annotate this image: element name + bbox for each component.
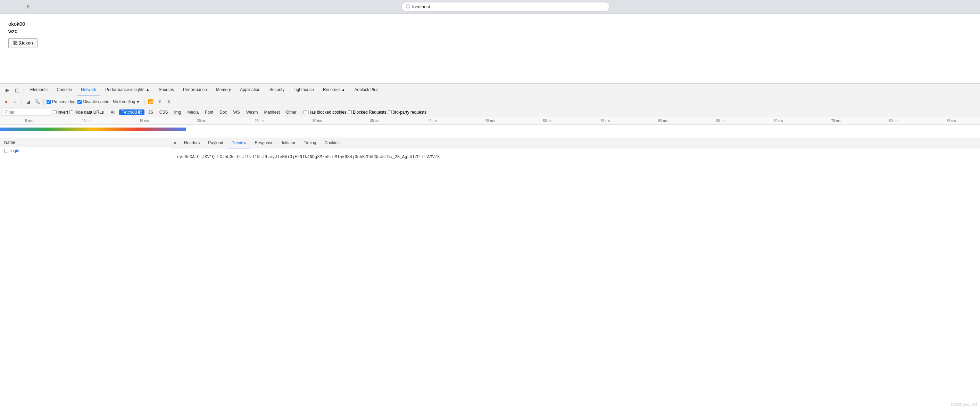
request-bar [0,128,186,131]
filter-sep1 [106,110,106,115]
filter-doc[interactable]: Doc [217,110,229,115]
forward-button[interactable]: → [14,3,22,11]
tick-55ms: 55 ms [576,119,634,123]
tab-preview[interactable]: Preview [228,138,251,148]
toolbar-sep1 [22,99,22,105]
filter-manifest[interactable]: Manifest [261,110,282,115]
disable-cache-text: Disable cache [83,99,109,104]
tab-sources[interactable]: Sources [154,84,178,96]
third-party-checkbox[interactable] [388,110,392,114]
invert-checkbox-label[interactable]: Invert [53,110,68,115]
invert-checkbox[interactable] [53,110,57,114]
tab-recorder[interactable]: Recorder ▲ [319,84,350,96]
name-header-text: Name [4,140,15,145]
tab-lighthouse[interactable]: Lighthouse [289,84,318,96]
tick-60ms: 60 ms [634,119,692,123]
tab-response[interactable]: Response [250,138,277,148]
tick-45ms: 45 ms [461,119,519,123]
wifi-icon-button[interactable]: 📶 [147,98,154,105]
network-left-panel: Name login [0,138,170,166]
filter-js[interactable]: JS [146,110,156,115]
export-button[interactable]: ⇩ [165,98,172,105]
tick-15ms: 15 ms [115,119,173,123]
filter-fetch-xhr[interactable]: Fetch/XHR [119,110,145,115]
devtools-panel: ▶ ◫ Elements Console Network Performance… [0,83,980,166]
tick-80ms: 80 ms [865,119,922,123]
topbar-separator [24,86,24,94]
preview-content-area: eyJ0eXAiOiJKV1QiLCJhbGciOiJIUzI1NiJ9.eyJ… [170,148,980,166]
tick-25ms: 25 ms [231,119,288,123]
close-panel-button[interactable]: ✕ [172,140,178,147]
info-icon: ⓘ [406,4,410,10]
search-button[interactable]: 🔍 [34,98,41,105]
tab-initiator[interactable]: Initiator [277,138,299,148]
device-toggle-button[interactable]: ◫ [13,86,22,94]
tab-payload[interactable]: Payload [204,138,227,148]
url-text: localhost [412,4,430,10]
import-button[interactable]: ⇧ [156,98,163,105]
tab-cookies[interactable]: Cookies [320,138,344,148]
tab-memory[interactable]: Memory [212,84,235,96]
tab-adblock[interactable]: Adblock Plus [350,84,382,96]
network-toolbar: ● ○ ◢ 🔍 Preserve log Disable cache No th… [0,96,980,107]
table-row[interactable]: login [0,147,170,155]
filter-css[interactable]: CSS [157,110,170,115]
filter-icon-button[interactable]: ◢ [25,98,32,105]
filter-sep2 [301,110,301,115]
devtools-main: Name login ✕ Headers Payload Preview Res… [0,138,980,166]
back-button[interactable]: ← [4,3,12,11]
filter-row: Invert Hide data URLs All Fetch/XHR JS C… [0,107,980,117]
filter-media[interactable]: Media [185,110,201,115]
throttle-dropdown[interactable]: No throttling ▼ [111,99,142,105]
blocked-requests-checkbox[interactable] [348,110,352,114]
tab-elements[interactable]: Elements [26,84,52,96]
filter-ws[interactable]: WS [231,110,242,115]
tick-10ms: 10 ms [58,119,115,123]
reload-button[interactable]: ↻ [25,3,33,11]
devtools-topbar: ▶ ◫ Elements Console Network Performance… [0,84,980,96]
detail-tabs: ✕ Headers Payload Preview Response Initi… [170,138,980,148]
tab-performance[interactable]: Performance [179,84,211,96]
get-token-button[interactable]: 获取token [8,38,38,48]
hide-data-urls-label[interactable]: Hide data URLs [70,110,104,115]
disable-cache-checkbox[interactable] [78,100,82,104]
filter-font[interactable]: Font [202,110,216,115]
address-bar: ⓘ localhost [401,2,610,11]
jwt-token-text: eyJ0eXAiOiJKV1QiLCJhbGciOiJIUzI1NiJ9.eyJ… [177,155,440,159]
preserve-log-label[interactable]: Preserve log [46,99,75,104]
hide-data-urls-checkbox[interactable] [70,110,73,114]
tab-application[interactable]: Application [236,84,265,96]
clear-button[interactable]: ○ [12,98,19,105]
filter-other[interactable]: Other [284,110,299,115]
tab-console[interactable]: Console [52,84,76,96]
name-column-header: Name [0,138,170,147]
filter-wasm[interactable]: Wasm [244,110,261,115]
record-button[interactable]: ● [3,98,10,105]
third-party-label[interactable]: 3rd-party requests [388,110,426,115]
tick-5ms: 5 ms [0,119,58,123]
filter-input[interactable] [3,109,51,116]
throttle-label: No throttling [113,99,135,104]
row-name-login: login [10,148,19,153]
tick-85ms: 85 ms [922,119,980,123]
preserve-log-checkbox[interactable] [46,100,51,104]
has-blocked-cookies-text: Has blocked cookies [309,110,347,115]
filter-all[interactable]: All [108,110,118,115]
tick-30ms: 30 ms [288,119,346,123]
tick-50ms: 50 ms [519,119,576,123]
tab-performance-insights[interactable]: Performance insights ▲ [101,84,154,96]
has-blocked-cookies-checkbox[interactable] [304,110,307,114]
inspect-element-button[interactable]: ▶ [3,86,12,94]
has-blocked-cookies-label[interactable]: Has blocked cookies [304,110,347,115]
tick-35ms: 35 ms [346,119,404,123]
filter-img[interactable]: Img [172,110,183,115]
browser-chrome: ← → ↻ ⓘ localhost [0,0,980,14]
disable-cache-label[interactable]: Disable cache [78,99,109,104]
tab-headers[interactable]: Headers [180,138,204,148]
row-checkbox[interactable] [4,149,8,153]
tab-network[interactable]: Network [77,84,100,96]
blocked-requests-label[interactable]: Blocked Requests [348,110,387,115]
tab-timing[interactable]: Timing [300,138,321,148]
tick-40ms: 40 ms [404,119,461,123]
tab-security[interactable]: Security [265,84,289,96]
